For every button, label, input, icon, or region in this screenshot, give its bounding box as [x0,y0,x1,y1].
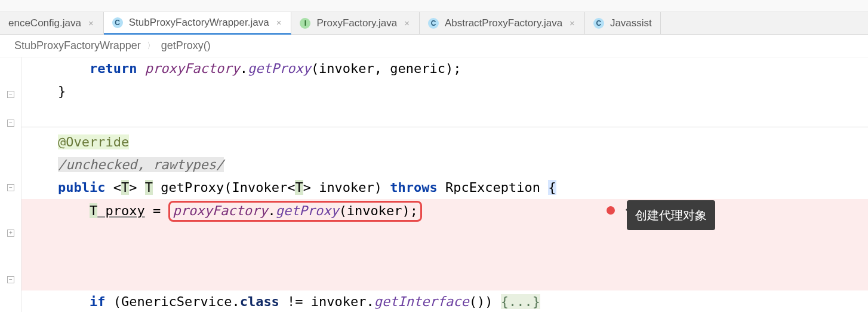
fold-collapse-icon[interactable]: − [7,91,14,98]
class-icon: C [112,17,123,28]
tab-javassist[interactable]: C Javassist [585,12,661,34]
code-line[interactable]: public <T> T getProxy(Invoker<T> invoker… [21,176,868,199]
annotation-tooltip: 创建代理对象 [627,200,715,230]
folded-block[interactable]: {...} [501,294,540,309]
gutter[interactable]: − − − + − [0,57,21,312]
close-icon[interactable]: × [87,19,95,27]
keyword-class: class [240,294,279,309]
tab-label: Javassist [610,17,652,29]
fold-collapse-icon[interactable]: − [7,276,14,283]
red-dot-icon [607,206,615,215]
close-icon[interactable]: × [275,18,283,27]
close-icon[interactable]: × [403,19,411,27]
method-call: getProxy [248,61,311,76]
keyword-if: if [90,294,106,309]
breadcrumb-class[interactable]: StubProxyFactoryWrapper [14,39,141,52]
annotation-override: @Override [58,134,129,149]
code-line[interactable]: @Override [21,131,868,154]
suppress-fold[interactable]: /unchecked, rawtypes/ [58,157,224,172]
code-line[interactable]: } [21,80,868,103]
field-ref: proxyFactory [145,61,240,76]
tab-abstractproxyfactory[interactable]: C AbstractProxyFactory.java × [420,12,585,34]
tab-enceconfig[interactable]: enceConfig.java × [0,12,104,34]
breadcrumb-method[interactable]: getProxy() [161,39,211,52]
tab-proxyfactory[interactable]: I ProxyFactory.java × [291,12,420,34]
tab-stubproxyfactorywrapper[interactable]: C StubProxyFactoryWrapper.java × [104,12,292,35]
code-editor[interactable]: return proxyFactory.getProxy(invoker, ge… [21,57,868,312]
chevron-right-icon: 〉 [147,41,155,51]
tab-label: StubProxyFactoryWrapper.java [129,17,269,29]
code-line[interactable]: return proxyFactory.getProxy(invoker, ge… [21,57,868,80]
tab-label: ProxyFactory.java [316,17,397,29]
code-line[interactable]: /unchecked, rawtypes/ [21,154,868,176]
close-icon[interactable]: × [568,19,576,27]
code-line[interactable] [21,103,868,126]
keyword-throws: throws [390,180,437,195]
fold-collapse-icon[interactable]: − [7,184,14,191]
tab-label: enceConfig.java [8,17,81,29]
top-nav-partial [0,0,868,12]
class-icon: C [593,18,604,29]
interface-icon: I [300,18,310,29]
keyword-public: public [58,180,105,195]
tab-label: AbstractProxyFactory.java [445,17,562,29]
method-separator [21,127,868,127]
editor-area: − − − + − return proxyFactory.getProxy(i… [0,57,868,312]
fold-expand-icon[interactable]: + [7,230,14,237]
class-icon: C [428,18,439,29]
breadcrumb[interactable]: StubProxyFactoryWrapper 〉 getProxy() [0,35,868,57]
fold-collapse-icon[interactable]: − [7,120,14,127]
code-line[interactable]: if (GenericService.class != invoker.getI… [21,290,868,312]
code-line-highlighted[interactable]: T proxy = proxyFactory.getProxy(invoker)… [21,199,868,290]
keyword-return: return [90,61,137,76]
highlighted-expression: proxyFactory.getProxy(invoker); [168,201,422,222]
editor-tabs-bar: enceConfig.java × C StubProxyFactoryWrap… [0,12,868,35]
